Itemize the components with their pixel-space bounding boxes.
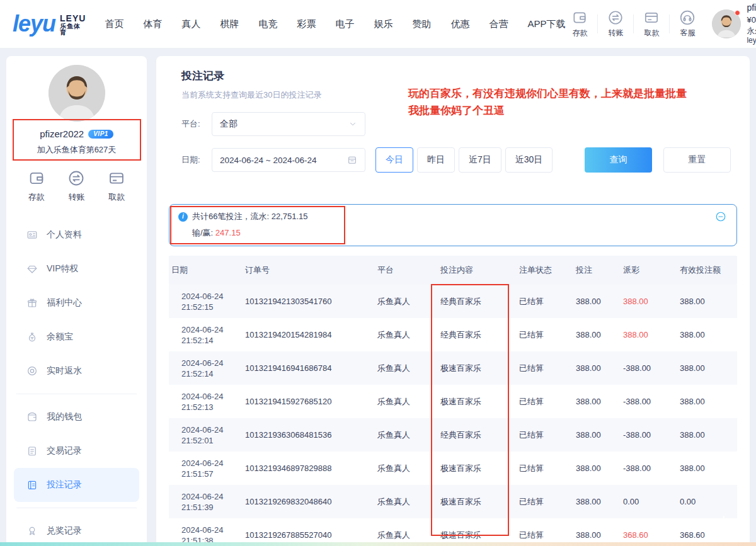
withdraw-button[interactable]: 取款	[637, 9, 666, 38]
cell-order-number: 1013219363068481536	[243, 430, 375, 440]
customer-service-button[interactable]: 客服	[673, 9, 702, 38]
main-nav: 首页体育真人棋牌电竞彩票电子娱乐赞助优惠合营APP下载	[105, 18, 565, 30]
transfer-button[interactable]: 转账	[601, 9, 630, 38]
cell-bet-amount: 388.00	[573, 363, 621, 373]
cell-bet-amount: 388.00	[573, 464, 621, 473]
divider	[16, 394, 137, 394]
cell-date: 2024-06-2421:51:39	[169, 491, 243, 513]
money-bag-icon	[26, 331, 38, 343]
collapse-icon[interactable]	[715, 211, 726, 222]
sidebar-item-redeem[interactable]: 兑奖记录	[6, 514, 147, 546]
date-label: 日期:	[181, 154, 212, 166]
cell-order-number: 1013219267885527040	[243, 530, 375, 540]
sidebar-item-profile[interactable]: 个人资料	[6, 218, 147, 252]
nav-item[interactable]: 棋牌	[220, 18, 239, 30]
column-header: 平台	[375, 264, 438, 276]
profile-avatar	[49, 65, 105, 122]
table-row: 2024-06-2421:51:39 1013219269832048640 乐…	[169, 485, 737, 518]
nav-item[interactable]: 真人	[181, 18, 200, 30]
deposit-button[interactable]: 存款	[565, 9, 594, 38]
cell-bet-amount: 388.00	[573, 497, 621, 506]
medal-icon	[26, 525, 38, 537]
cell-order-number: 1013219416941686784	[243, 363, 375, 373]
quick-date-button[interactable]: 近7日	[459, 147, 501, 173]
table-header: 日期订单号平台投注内容注单状态投注派彩有效投注额	[169, 256, 737, 285]
permanent-url: 永久网址: leyu.com	[747, 26, 756, 45]
cell-status: 已结算	[517, 329, 573, 341]
cell-bet-amount: 388.00	[573, 330, 621, 339]
nav-item[interactable]: 电竞	[258, 18, 277, 30]
reset-button[interactable]: 重置	[663, 147, 731, 173]
sidebar-item-rebate[interactable]: 实时返水	[6, 354, 147, 388]
page-title: 投注记录	[181, 69, 737, 83]
document-icon	[26, 445, 38, 457]
cell-status: 已结算	[517, 463, 573, 474]
platform-select[interactable]: 全部	[212, 112, 365, 136]
page-subtitle: 当前系统支持查询最近30日的投注记录	[181, 89, 737, 101]
winloss-value: 247.15	[215, 228, 241, 237]
column-header: 投注内容	[438, 264, 517, 276]
cell-valid-amount: 388.00	[677, 330, 737, 339]
rebate-icon	[26, 365, 38, 377]
sidebar-transfer-button[interactable]: 转账	[67, 169, 85, 203]
ledger-icon	[26, 479, 38, 491]
cell-status: 已结算	[517, 496, 573, 508]
brand-logo[interactable]: leyu LEYU 乐鱼体育	[13, 11, 86, 37]
sidebar-item-vip[interactable]: VIP特权	[6, 252, 147, 286]
summary-box: i 共计66笔投注，流水: 22,751.15 输/赢: 247.15	[169, 204, 737, 246]
sidebar: pfizer2022 VIP1 加入乐鱼体育第627天 存款 转账 取款 个人资…	[6, 56, 147, 546]
cell-status: 已结算	[517, 530, 573, 541]
sidebar-item-wallet[interactable]: 我的钱包	[6, 400, 147, 434]
nav-item[interactable]: 电子	[335, 18, 354, 30]
sidebar-item-transactions[interactable]: 交易记录	[6, 434, 147, 468]
column-header: 日期	[169, 264, 243, 276]
user-panel[interactable]: pfizer2022 VIP1 ¥0.00 永久网址: leyu.com	[712, 3, 756, 45]
cell-order-number: 1013219346897829888	[243, 464, 375, 473]
sidebar-withdraw-button[interactable]: 取款	[108, 169, 125, 203]
cell-valid-amount: 388.00	[677, 297, 737, 306]
top-navbar: leyu LEYU 乐鱼体育 首页体育真人棋牌电竞彩票电子娱乐赞助优惠合营APP…	[0, 0, 756, 48]
quick-date-button[interactable]: 昨日	[417, 147, 455, 173]
date-range-input[interactable]: 2024-06-24 ~ 2024-06-24	[212, 148, 365, 172]
cell-platform: 乐鱼真人	[375, 329, 438, 341]
divider	[633, 14, 634, 33]
nav-item[interactable]: 赞助	[412, 18, 431, 30]
nav-item[interactable]: 娱乐	[374, 18, 392, 30]
sidebar-item-yuebao[interactable]: 余额宝	[6, 320, 147, 354]
cell-status: 已结算	[517, 363, 573, 374]
bet-records-panel: 投注记录 当前系统支持查询最近30日的投注记录 平台: 全部 日期: 2024-…	[156, 56, 750, 546]
sidebar-deposit-button[interactable]: 存款	[28, 169, 45, 203]
table-row: 2024-06-2421:52:13 1013219415927685120 乐…	[169, 385, 737, 418]
nav-item[interactable]: 首页	[105, 18, 123, 30]
quick-date-button[interactable]: 今日	[375, 147, 413, 173]
bottom-gradient-strip	[0, 542, 756, 546]
cell-bet-content: 极速百家乐	[438, 396, 517, 407]
cell-bet-content: 极速百家乐	[438, 463, 517, 474]
cell-order-number: 1013219269832048640	[243, 497, 375, 506]
sidebar-item-welfare[interactable]: 福利中心	[6, 286, 147, 320]
nav-item[interactable]: 优惠	[450, 18, 469, 30]
nav-item[interactable]: 体育	[143, 18, 162, 30]
quick-date-button[interactable]: 近30日	[505, 147, 553, 173]
cell-date: 2024-06-2421:51:57	[169, 458, 243, 479]
platform-label: 平台:	[181, 118, 212, 130]
nav-item[interactable]: 合营	[489, 18, 508, 30]
cell-valid-amount: 388.00	[677, 397, 737, 406]
search-button[interactable]: 查询	[585, 147, 652, 173]
cell-bet-content: 经典百家乐	[438, 296, 517, 307]
winloss-label: 输/赢:	[192, 228, 215, 237]
sidebar-item-bet-records[interactable]: 投注记录	[14, 468, 139, 502]
cell-bet-amount: 388.00	[573, 297, 621, 306]
cell-platform: 乐鱼真人	[375, 463, 438, 474]
withdraw-icon	[643, 9, 660, 26]
nav-item[interactable]: APP下载	[527, 18, 565, 30]
cell-valid-amount: 368.60	[677, 530, 737, 540]
nav-item[interactable]: 彩票	[297, 18, 316, 30]
cell-payout: -388.00	[621, 464, 677, 473]
chevron-down-icon	[348, 120, 357, 128]
table-body: 2024-06-2421:52:15 1013219421303541760 乐…	[169, 285, 737, 546]
cell-payout: 388.00	[621, 330, 677, 339]
cell-date: 2024-06-2421:52:13	[169, 391, 243, 412]
gem-icon	[26, 263, 38, 275]
column-header: 订单号	[243, 264, 375, 276]
